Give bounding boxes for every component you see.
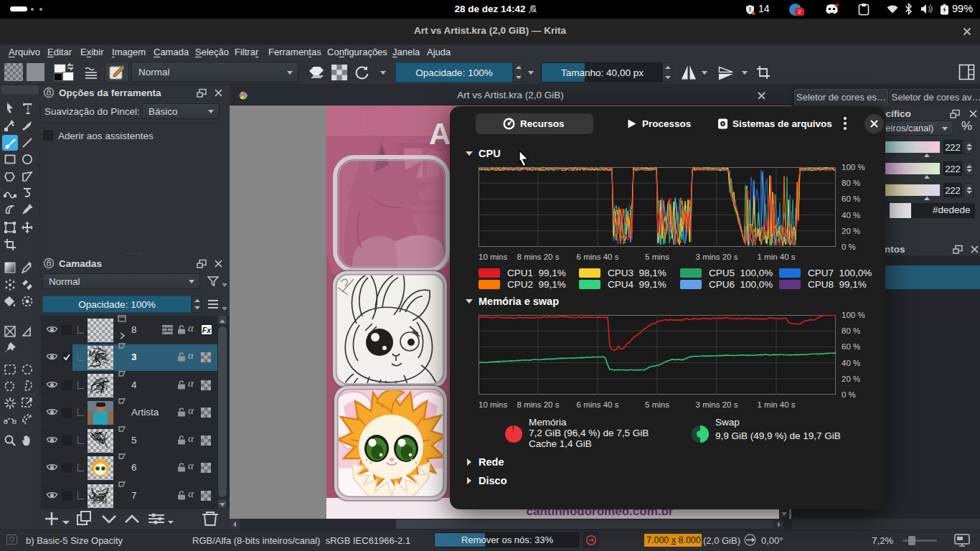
svg-text:!: ! — [749, 6, 751, 13]
